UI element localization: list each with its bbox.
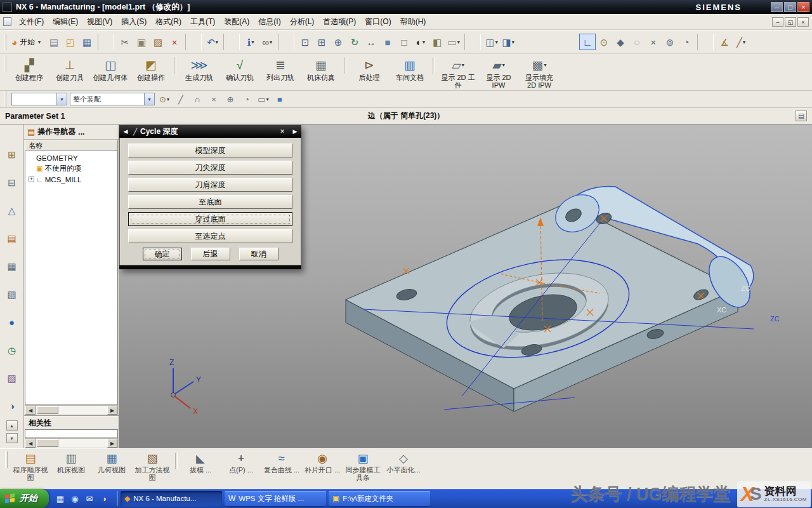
toolbar-separator[interactable] — [433, 57, 435, 74]
selection-filter-combo[interactable]: ▾ — [11, 93, 67, 105]
menu-item[interactable]: 文件(F) — [15, 15, 48, 29]
point-on-curve-icon[interactable]: ◌ — [629, 34, 645, 50]
system-palettes-icon[interactable]: ▨ — [3, 370, 20, 387]
fit-view-icon[interactable]: ⊡ — [297, 34, 313, 50]
arc-center-icon[interactable]: ⊚ — [662, 34, 678, 50]
operation-navigator-icon[interactable]: ▤ — [3, 230, 20, 247]
menu-item[interactable]: 首选项(P) — [318, 15, 360, 29]
dialog-close-icon[interactable]: × — [277, 127, 287, 136]
machined-part[interactable] — [346, 187, 758, 411]
menu-item[interactable]: 插入(S) — [117, 15, 151, 29]
undo-icon[interactable]: ↶ ▾ — [204, 34, 221, 50]
list-toolpath-button[interactable]: ≣ 列出刀轨 — [260, 56, 301, 81]
scroll-left-button[interactable]: ◀ — [25, 406, 36, 415]
toolbar-separator[interactable] — [344, 57, 346, 74]
sketch-curve-icon[interactable]: ╱ ▾ — [733, 34, 749, 50]
zoom-window-icon[interactable]: ⊞ — [313, 34, 330, 50]
machine-tool-view-button[interactable]: ▥ 机床视图 — [51, 451, 91, 474]
menu-item[interactable]: 编辑(E) — [48, 15, 82, 29]
close-button[interactable]: × — [797, 2, 809, 12]
navigator-more[interactable]: ... — [78, 128, 84, 137]
toolbar-grip[interactable] — [4, 91, 6, 107]
toolbar-separator[interactable] — [98, 34, 114, 50]
minimize-button[interactable]: – — [771, 2, 783, 12]
create-program-button[interactable]: ▞ 创建程序 — [9, 56, 49, 81]
roles-icon[interactable]: ◑ — [3, 398, 20, 415]
menu-item[interactable]: 格式(R) — [151, 15, 186, 29]
web-browser-icon[interactable]: ● — [3, 314, 20, 331]
facet-body-button[interactable]: ◇ 小平面化... — [383, 451, 424, 474]
intersection-icon[interactable]: × — [645, 34, 662, 50]
chevron-down-icon[interactable]: ▾ — [144, 93, 154, 105]
scroll-left-button[interactable]: ◀ — [25, 439, 36, 448]
selection-scope-combo[interactable]: 整个装配 ▾ — [70, 93, 155, 105]
shaded-view-icon[interactable]: ■ — [379, 34, 396, 50]
scrollbar-track[interactable] — [36, 439, 107, 448]
new-file-icon[interactable]: ▤ — [46, 34, 62, 50]
depth-option-button[interactable]: 模型深度 — [128, 144, 292, 157]
reuse-library-icon[interactable]: ▦ — [3, 258, 20, 275]
program-order-view-button[interactable]: ▤ 程序顺序视图 — [10, 451, 51, 481]
menu-item[interactable]: 工具(T) — [186, 15, 219, 29]
shop-docs-button[interactable]: ▥ 车间文档 — [390, 56, 430, 81]
toolbar-separator[interactable] — [185, 34, 202, 50]
dialog-title-bar[interactable]: ◀ ╱ Cycle 深度 × ▶ — [119, 125, 301, 138]
edit-object-display-icon[interactable]: ◧ — [429, 34, 445, 50]
rotate-view-icon[interactable]: ↻ — [346, 34, 363, 50]
chevron-down-icon[interactable]: ▾ — [56, 93, 67, 105]
datum-select-icon[interactable]: ◆ — [612, 34, 629, 50]
measure-icon[interactable]: ∡ — [716, 34, 733, 50]
history-icon[interactable]: ◷ — [3, 342, 20, 359]
snap-point-icon[interactable]: ⊙ — [596, 34, 612, 50]
horizontal-scrollbar[interactable]: ◀ ▶ — [25, 438, 118, 448]
navigator-header[interactable]: ▤ 操作导航器 ... — [24, 124, 119, 140]
tree-node[interactable]: GEOMETRY — [25, 152, 117, 163]
toolbar-separator[interactable] — [464, 34, 481, 50]
simulate-machine-button[interactable]: ▦ 机床仿真 — [301, 56, 341, 81]
cancel-button[interactable]: 取消 — [239, 248, 278, 260]
toolbar-spacer[interactable] — [516, 34, 579, 50]
create-tool-button[interactable]: ⊥ 创建刀具 — [49, 56, 90, 81]
column-header-name[interactable]: 名称 — [25, 140, 118, 151]
arc-center-snap-icon[interactable]: ⊕ — [223, 92, 237, 106]
render-style-icon[interactable]: ◐ ▾ — [412, 34, 429, 50]
composite-curve-button[interactable]: ≈ 复合曲线 ... — [261, 451, 302, 474]
start-button[interactable]: 开始 — [0, 489, 49, 508]
scroll-right-button[interactable]: ▶ — [107, 406, 117, 415]
dialog-resize-edge[interactable] — [119, 265, 301, 269]
quadrant-snap-icon[interactable]: ◔ — [240, 92, 254, 106]
toolbar-separator[interactable] — [223, 34, 240, 50]
dialog-forward-icon[interactable]: ▶ — [291, 128, 299, 135]
back-button[interactable]: 后退 — [191, 248, 230, 260]
document-icon[interactable] — [3, 17, 11, 26]
view-options-icon[interactable]: ∞ ▾ — [259, 34, 275, 50]
dialog-back-icon[interactable]: ◀ — [121, 128, 130, 135]
maximize-button[interactable]: □ — [784, 2, 796, 12]
verify-toolpath-button[interactable]: √ 确认刀轨 — [219, 56, 260, 81]
create-geometry-button[interactable]: ◫ 创建几何体 — [90, 56, 131, 81]
hd3d-tools-icon[interactable]: ▧ — [3, 286, 20, 303]
end-point-snap-icon[interactable]: ╱ — [174, 92, 188, 106]
dialog-rail-icon[interactable]: ▤ — [796, 110, 807, 121]
postprocess-button[interactable]: ⊳ 后处理 — [349, 56, 390, 81]
depth-option-button[interactable]: 至选定点 — [128, 229, 292, 243]
tree-node[interactable]: + ∟ MCS_MILL — [25, 174, 117, 185]
depth-option-button[interactable]: 至底面 — [128, 195, 292, 209]
info-icon[interactable]: ℹ ▾ — [242, 34, 259, 50]
scroll-right-button[interactable]: ▶ — [107, 439, 117, 448]
ok-button[interactable]: 确定 — [143, 248, 182, 260]
depth-option-button[interactable]: 穿过底面 — [128, 212, 292, 226]
toolbar-grip[interactable] — [5, 451, 8, 468]
delete-icon[interactable]: × — [166, 34, 183, 50]
depth-option-button[interactable]: 刀尖深度 — [128, 161, 292, 175]
wireframe-view-icon[interactable]: □ — [396, 34, 412, 50]
menu-item[interactable]: 视图(V) — [82, 15, 117, 29]
toolbar-separator[interactable] — [174, 57, 176, 74]
menu-item[interactable]: 分析(L) — [285, 15, 319, 29]
menu-item[interactable]: 窗口(O) — [360, 15, 395, 29]
mdi-restore-button[interactable]: ◱ — [785, 17, 796, 27]
scrollbar-thumb[interactable] — [37, 439, 58, 447]
scrollbar-track[interactable] — [36, 406, 107, 415]
scroll-down-button[interactable]: ▾ — [6, 433, 18, 443]
media-player-icon[interactable]: ◑ — [98, 493, 110, 504]
